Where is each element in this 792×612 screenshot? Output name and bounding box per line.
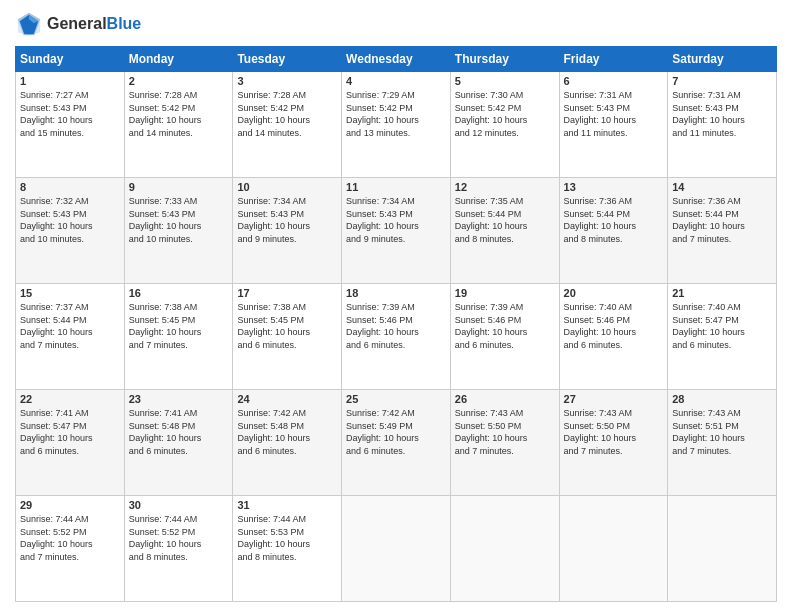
calendar-cell [559,496,668,602]
day-info: Sunrise: 7:30 AM Sunset: 5:42 PM Dayligh… [455,89,555,139]
calendar-cell: 23Sunrise: 7:41 AM Sunset: 5:48 PM Dayli… [124,390,233,496]
day-info: Sunrise: 7:36 AM Sunset: 5:44 PM Dayligh… [564,195,664,245]
calendar-cell: 12Sunrise: 7:35 AM Sunset: 5:44 PM Dayli… [450,178,559,284]
day-info: Sunrise: 7:44 AM Sunset: 5:52 PM Dayligh… [20,513,120,563]
calendar-cell: 6Sunrise: 7:31 AM Sunset: 5:43 PM Daylig… [559,72,668,178]
day-number: 31 [237,499,337,511]
calendar-cell: 2Sunrise: 7:28 AM Sunset: 5:42 PM Daylig… [124,72,233,178]
calendar-cell: 1Sunrise: 7:27 AM Sunset: 5:43 PM Daylig… [16,72,125,178]
calendar-cell: 10Sunrise: 7:34 AM Sunset: 5:43 PM Dayli… [233,178,342,284]
day-info: Sunrise: 7:28 AM Sunset: 5:42 PM Dayligh… [237,89,337,139]
day-number: 18 [346,287,446,299]
day-number: 22 [20,393,120,405]
calendar-cell: 27Sunrise: 7:43 AM Sunset: 5:50 PM Dayli… [559,390,668,496]
day-info: Sunrise: 7:32 AM Sunset: 5:43 PM Dayligh… [20,195,120,245]
day-info: Sunrise: 7:31 AM Sunset: 5:43 PM Dayligh… [564,89,664,139]
day-number: 13 [564,181,664,193]
day-info: Sunrise: 7:39 AM Sunset: 5:46 PM Dayligh… [346,301,446,351]
day-number: 1 [20,75,120,87]
day-number: 10 [237,181,337,193]
day-info: Sunrise: 7:38 AM Sunset: 5:45 PM Dayligh… [129,301,229,351]
day-number: 24 [237,393,337,405]
day-info: Sunrise: 7:42 AM Sunset: 5:49 PM Dayligh… [346,407,446,457]
calendar-cell: 22Sunrise: 7:41 AM Sunset: 5:47 PM Dayli… [16,390,125,496]
day-info: Sunrise: 7:44 AM Sunset: 5:52 PM Dayligh… [129,513,229,563]
day-number: 28 [672,393,772,405]
calendar-cell: 21Sunrise: 7:40 AM Sunset: 5:47 PM Dayli… [668,284,777,390]
calendar-cell [668,496,777,602]
calendar-cell: 7Sunrise: 7:31 AM Sunset: 5:43 PM Daylig… [668,72,777,178]
calendar-cell: 24Sunrise: 7:42 AM Sunset: 5:48 PM Dayli… [233,390,342,496]
day-info: Sunrise: 7:27 AM Sunset: 5:43 PM Dayligh… [20,89,120,139]
day-of-week-header: Tuesday [233,47,342,72]
day-number: 4 [346,75,446,87]
day-number: 6 [564,75,664,87]
day-info: Sunrise: 7:31 AM Sunset: 5:43 PM Dayligh… [672,89,772,139]
calendar-cell: 14Sunrise: 7:36 AM Sunset: 5:44 PM Dayli… [668,178,777,284]
day-of-week-header: Wednesday [342,47,451,72]
day-info: Sunrise: 7:36 AM Sunset: 5:44 PM Dayligh… [672,195,772,245]
logo-icon [15,10,43,38]
day-number: 11 [346,181,446,193]
calendar-cell [450,496,559,602]
day-number: 3 [237,75,337,87]
day-number: 9 [129,181,229,193]
calendar-week-row: 8Sunrise: 7:32 AM Sunset: 5:43 PM Daylig… [16,178,777,284]
calendar-cell: 8Sunrise: 7:32 AM Sunset: 5:43 PM Daylig… [16,178,125,284]
calendar-cell: 5Sunrise: 7:30 AM Sunset: 5:42 PM Daylig… [450,72,559,178]
day-info: Sunrise: 7:42 AM Sunset: 5:48 PM Dayligh… [237,407,337,457]
calendar-cell: 9Sunrise: 7:33 AM Sunset: 5:43 PM Daylig… [124,178,233,284]
day-info: Sunrise: 7:35 AM Sunset: 5:44 PM Dayligh… [455,195,555,245]
calendar-header-row: SundayMondayTuesdayWednesdayThursdayFrid… [16,47,777,72]
day-info: Sunrise: 7:34 AM Sunset: 5:43 PM Dayligh… [346,195,446,245]
day-number: 29 [20,499,120,511]
day-of-week-header: Sunday [16,47,125,72]
day-info: Sunrise: 7:34 AM Sunset: 5:43 PM Dayligh… [237,195,337,245]
day-info: Sunrise: 7:44 AM Sunset: 5:53 PM Dayligh… [237,513,337,563]
day-info: Sunrise: 7:43 AM Sunset: 5:51 PM Dayligh… [672,407,772,457]
day-number: 7 [672,75,772,87]
day-number: 15 [20,287,120,299]
calendar-week-row: 1Sunrise: 7:27 AM Sunset: 5:43 PM Daylig… [16,72,777,178]
day-of-week-header: Thursday [450,47,559,72]
day-info: Sunrise: 7:38 AM Sunset: 5:45 PM Dayligh… [237,301,337,351]
day-info: Sunrise: 7:33 AM Sunset: 5:43 PM Dayligh… [129,195,229,245]
calendar-cell: 15Sunrise: 7:37 AM Sunset: 5:44 PM Dayli… [16,284,125,390]
calendar-cell: 26Sunrise: 7:43 AM Sunset: 5:50 PM Dayli… [450,390,559,496]
day-number: 14 [672,181,772,193]
day-info: Sunrise: 7:43 AM Sunset: 5:50 PM Dayligh… [455,407,555,457]
day-of-week-header: Friday [559,47,668,72]
day-number: 5 [455,75,555,87]
calendar-cell: 31Sunrise: 7:44 AM Sunset: 5:53 PM Dayli… [233,496,342,602]
calendar-week-row: 22Sunrise: 7:41 AM Sunset: 5:47 PM Dayli… [16,390,777,496]
calendar-cell: 28Sunrise: 7:43 AM Sunset: 5:51 PM Dayli… [668,390,777,496]
day-info: Sunrise: 7:43 AM Sunset: 5:50 PM Dayligh… [564,407,664,457]
day-number: 8 [20,181,120,193]
calendar-table: SundayMondayTuesdayWednesdayThursdayFrid… [15,46,777,602]
day-number: 20 [564,287,664,299]
calendar-cell: 25Sunrise: 7:42 AM Sunset: 5:49 PM Dayli… [342,390,451,496]
logo: GeneralBlue [15,10,141,38]
calendar-week-row: 15Sunrise: 7:37 AM Sunset: 5:44 PM Dayli… [16,284,777,390]
calendar-cell: 4Sunrise: 7:29 AM Sunset: 5:42 PM Daylig… [342,72,451,178]
calendar-cell: 20Sunrise: 7:40 AM Sunset: 5:46 PM Dayli… [559,284,668,390]
day-of-week-header: Saturday [668,47,777,72]
day-number: 19 [455,287,555,299]
calendar-cell: 13Sunrise: 7:36 AM Sunset: 5:44 PM Dayli… [559,178,668,284]
header: GeneralBlue [15,10,777,38]
logo-text: GeneralBlue [47,15,141,33]
day-info: Sunrise: 7:40 AM Sunset: 5:47 PM Dayligh… [672,301,772,351]
calendar-cell [342,496,451,602]
calendar-cell: 16Sunrise: 7:38 AM Sunset: 5:45 PM Dayli… [124,284,233,390]
day-number: 27 [564,393,664,405]
day-info: Sunrise: 7:41 AM Sunset: 5:47 PM Dayligh… [20,407,120,457]
calendar-cell: 3Sunrise: 7:28 AM Sunset: 5:42 PM Daylig… [233,72,342,178]
calendar-cell: 17Sunrise: 7:38 AM Sunset: 5:45 PM Dayli… [233,284,342,390]
day-of-week-header: Monday [124,47,233,72]
day-number: 17 [237,287,337,299]
calendar-week-row: 29Sunrise: 7:44 AM Sunset: 5:52 PM Dayli… [16,496,777,602]
calendar-cell: 19Sunrise: 7:39 AM Sunset: 5:46 PM Dayli… [450,284,559,390]
day-number: 12 [455,181,555,193]
calendar-cell: 30Sunrise: 7:44 AM Sunset: 5:52 PM Dayli… [124,496,233,602]
day-info: Sunrise: 7:29 AM Sunset: 5:42 PM Dayligh… [346,89,446,139]
